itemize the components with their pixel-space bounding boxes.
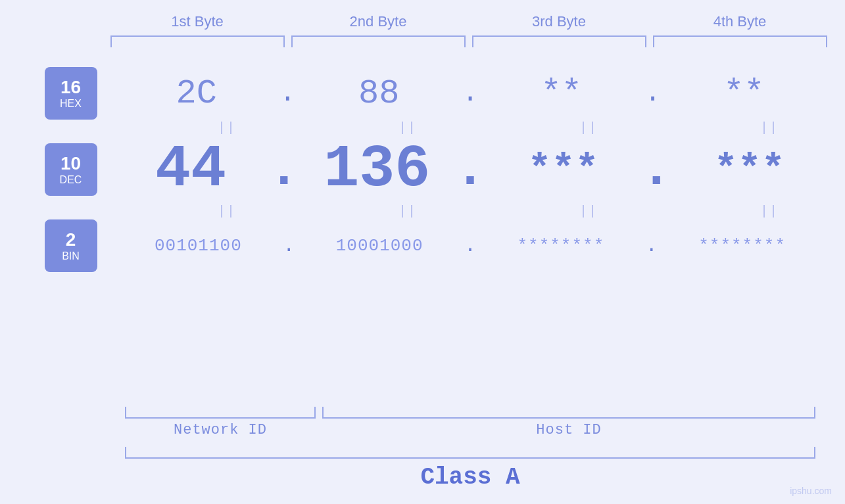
dec-byte1: 44 bbox=[110, 136, 272, 203]
eq2-byte1: || bbox=[137, 203, 318, 219]
bracket-byte1 bbox=[110, 35, 285, 47]
hex-badge: 16 HEX bbox=[45, 67, 97, 120]
bin-byte3: ******** bbox=[473, 236, 649, 256]
hex-base-number: 16 bbox=[60, 78, 81, 98]
dot-dec-1: . bbox=[268, 140, 300, 200]
dec-byte3: *** bbox=[483, 147, 644, 192]
dec-base-label: DEC bbox=[60, 174, 82, 186]
eq2-byte3: || bbox=[498, 203, 679, 219]
dec-byte2: 136 bbox=[297, 136, 458, 203]
host-bracket bbox=[322, 407, 815, 419]
dec-base-number: 10 bbox=[60, 154, 81, 174]
eq1-byte3: || bbox=[498, 120, 679, 136]
host-id-label: Host ID bbox=[322, 422, 815, 438]
bin-values: 00101100 . 10001000 . ******** . *******… bbox=[110, 235, 831, 257]
hex-byte4: ** bbox=[658, 74, 830, 113]
byte-headers: 1st Byte 2nd Byte 3rd Byte 4th Byte bbox=[107, 13, 831, 35]
top-brackets bbox=[107, 35, 831, 47]
class-section: Class A bbox=[125, 447, 815, 491]
hex-byte2: 88 bbox=[293, 74, 465, 113]
class-bracket bbox=[125, 447, 815, 459]
header-byte2: 2nd Byte bbox=[288, 13, 469, 35]
bottom-brackets bbox=[125, 407, 815, 419]
dot-dec-3: . bbox=[640, 140, 672, 200]
eq2-byte2: || bbox=[318, 203, 498, 219]
eq1-byte1: || bbox=[137, 120, 318, 136]
class-label: Class A bbox=[125, 464, 815, 491]
hex-byte1: 2C bbox=[110, 74, 283, 113]
equals-row-1: || || || || bbox=[137, 120, 846, 136]
dec-byte4: *** bbox=[669, 147, 830, 192]
dot-dec-2: . bbox=[454, 140, 486, 200]
header-byte4: 4th Byte bbox=[650, 13, 831, 35]
eq2-byte4: || bbox=[679, 203, 846, 219]
header-byte3: 3rd Byte bbox=[469, 13, 650, 35]
bracket-byte3 bbox=[472, 35, 646, 47]
bin-byte2: 10001000 bbox=[291, 236, 468, 256]
network-bracket bbox=[125, 407, 316, 419]
bottom-labels: Network ID Host ID bbox=[125, 422, 815, 438]
main-container: 1st Byte 2nd Byte 3rd Byte 4th Byte 16 H… bbox=[0, 0, 845, 504]
hex-row: 16 HEX 2C . 88 . ** . ** bbox=[45, 67, 831, 120]
hex-values: 2C . 88 . ** . ** bbox=[110, 74, 831, 113]
bin-base-label: BIN bbox=[62, 250, 80, 262]
watermark: ipshu.com bbox=[790, 486, 832, 496]
bin-row: 2 BIN 00101100 . 10001000 . ******** . *… bbox=[45, 219, 831, 272]
bracket-byte2 bbox=[291, 35, 466, 47]
bracket-byte4 bbox=[653, 35, 827, 47]
dec-row: 10 DEC 44 . 136 . *** . *** bbox=[45, 136, 831, 203]
dec-values: 44 . 136 . *** . *** bbox=[110, 136, 831, 203]
eq1-byte2: || bbox=[318, 120, 498, 136]
bin-byte4: ******** bbox=[654, 236, 831, 256]
hex-byte3: ** bbox=[475, 74, 648, 113]
network-id-label: Network ID bbox=[125, 422, 316, 438]
header-byte1: 1st Byte bbox=[107, 13, 288, 35]
hex-base-label: HEX bbox=[60, 98, 82, 110]
eq1-byte4: || bbox=[679, 120, 846, 136]
bin-base-number: 2 bbox=[66, 230, 76, 250]
bottom-section: Network ID Host ID bbox=[125, 407, 815, 438]
content-area: 16 HEX 2C . 88 . ** . ** bbox=[15, 67, 831, 272]
dec-badge: 10 DEC bbox=[45, 143, 97, 196]
bin-badge: 2 BIN bbox=[45, 219, 97, 272]
bin-byte1: 00101100 bbox=[110, 236, 287, 256]
equals-row-2: || || || || bbox=[137, 203, 846, 219]
